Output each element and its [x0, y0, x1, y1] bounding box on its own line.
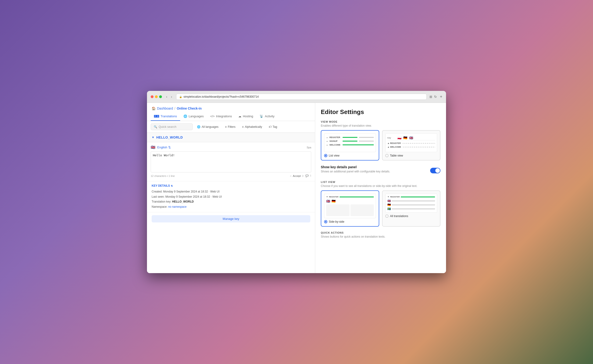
ab-icon: 🅰🅱	[154, 115, 159, 118]
globe-small-icon: 🌐	[197, 125, 201, 129]
lang-header: 🇬🇧 English ⇅ Spa	[151, 145, 311, 150]
spanish-lang-indicator: Spa	[306, 146, 311, 149]
tab-hosting[interactable]: ☁ Hosting	[235, 112, 256, 121]
accept-button[interactable]: Accept	[293, 175, 301, 177]
side-by-side-radio[interactable]	[324, 220, 327, 223]
breadcrumb-sep: /	[175, 107, 176, 110]
minimize-button[interactable]	[155, 95, 158, 98]
chevron-down-icon[interactable]: ▼	[152, 136, 154, 139]
tab-translations-label: Translations	[161, 115, 177, 118]
quick-actions-section: QUICK ACTIONS Shows buttons for quick ac…	[321, 231, 440, 241]
search-placeholder: Quick search	[159, 125, 176, 129]
table-view-option[interactable]: Key 🇵🇱 🇩🇪 🇬🇧 ▲ REGISTER ▲ WELCOME	[382, 130, 440, 161]
refresh-icon[interactable]: ↻	[434, 95, 437, 99]
english-lang-name[interactable]: English ⇅	[157, 146, 171, 149]
app-content: 🏠 Dashboard / Online Check-in 🅰🅱 Transla…	[147, 103, 446, 273]
list-view-radio[interactable]	[324, 154, 327, 157]
view-mode-title: VIEW MODE	[321, 120, 440, 123]
side-by-side-preview: ▼ REGISTER 🇬🇧 🇩🇪	[324, 194, 376, 218]
edit-icon[interactable]: ⌇	[310, 174, 311, 177]
breadcrumb: 🏠 Dashboard / Online Check-in	[147, 103, 315, 112]
translation-entry: 🇬🇧 English ⇅ Spa Hello World! 12 charact…	[147, 142, 315, 181]
preview-row-welcome: ▲ WELCOME	[326, 143, 374, 147]
all-translations-preview: ▼ REGISTER 🇬🇧	[385, 194, 437, 213]
url-text: simplelocalize.io/dashboard/projects/?ha…	[183, 95, 259, 98]
lock-icon: 🔒	[179, 96, 182, 98]
toggle-row: Show key details panel Shows an addition…	[321, 165, 440, 176]
tab-activity-label: Activity	[265, 115, 274, 118]
browser-actions: ⊞ ↻	[430, 95, 437, 99]
list-view-option[interactable]: ▲ REGISTER ▲ SIGNUP	[321, 130, 379, 161]
alphabetically-button[interactable]: ≡ Alphabetically	[240, 124, 265, 130]
key-details-section: KEY DETAILS ⇅ Created: Monday 9 Septembe…	[147, 181, 315, 212]
tags-label: Tag	[273, 125, 277, 129]
char-count: 12 characters • 1 line	[151, 175, 175, 177]
home-icon: 🏠	[152, 107, 156, 110]
filters-label: Filters	[228, 125, 235, 129]
tag-icon: 🏷	[269, 125, 272, 129]
radio-icon: 📡	[260, 115, 263, 118]
table-view-radio[interactable]	[385, 154, 389, 157]
tab-translations[interactable]: 🅰🅱 Translations	[151, 112, 180, 121]
close-button[interactable]	[151, 95, 154, 98]
key-detail-namespace: Namespace: no namespace	[152, 204, 310, 210]
play-icon[interactable]: ▷	[302, 174, 304, 177]
section-title: HELLO_WORLD	[156, 136, 183, 139]
back-button[interactable]: ‹	[165, 94, 169, 99]
list-view-options: ▼ REGISTER 🇬🇧 🇩🇪	[321, 190, 440, 227]
cloud-icon: ☁	[238, 115, 241, 118]
comment-icon[interactable]: 💬	[305, 174, 309, 177]
translation-textarea[interactable]: Hello World!	[151, 151, 311, 172]
globe-icon: 🌐	[183, 115, 187, 118]
all-languages-label: All languages	[202, 125, 218, 129]
key-details-toggle[interactable]	[430, 168, 440, 173]
list-view-section-title: LIST VIEW	[321, 181, 440, 183]
show-key-details-section: Show key details panel Shows an addition…	[321, 165, 440, 176]
key-details-setting-desc: Shows an additional panel with configura…	[321, 170, 390, 173]
translate-icon[interactable]: ⊞	[430, 95, 432, 99]
all-translations-option[interactable]: ▼ REGISTER 🇬🇧	[382, 190, 440, 227]
table-view-preview: Key 🇵🇱 🇩🇪 🇬🇧 ▲ REGISTER ▲ WELCOME	[385, 133, 437, 152]
toolbar: 🔍 Quick search 🌐 All languages ≡ Filters…	[147, 121, 315, 133]
search-box[interactable]: 🔍 Quick search	[151, 123, 193, 130]
forward-button[interactable]: ›	[170, 94, 174, 99]
code-icon: </>	[210, 115, 215, 118]
new-tab-button[interactable]: +	[440, 94, 442, 99]
list-view-section: LIST VIEW Choose if you want to see all …	[321, 181, 440, 227]
all-translations-label: All translations	[385, 214, 437, 218]
address-bar[interactable]: 🔒 simplelocalize.io/dashboard/projects/?…	[176, 94, 427, 100]
sort-icon: ≡	[242, 125, 244, 129]
tab-languages[interactable]: 🌐 Languages	[180, 112, 207, 121]
side-by-side-option[interactable]: ▼ REGISTER 🇬🇧 🇩🇪	[321, 190, 379, 227]
all-languages-button[interactable]: 🌐 All languages	[195, 124, 221, 130]
side-by-side-label: Side-by-side	[324, 220, 376, 223]
tab-integrations[interactable]: </> Integrations	[207, 112, 235, 121]
sort-chevron-icon: ⇅	[168, 146, 171, 149]
fullscreen-button[interactable]	[159, 95, 162, 98]
english-flag: 🇬🇧	[151, 145, 155, 150]
view-options: ▲ REGISTER ▲ SIGNUP	[321, 130, 440, 161]
traffic-lights	[151, 95, 162, 98]
tab-integrations-label: Integrations	[216, 115, 232, 118]
table-view-label: Table view	[385, 154, 437, 157]
list-view-label: List view	[324, 154, 376, 157]
manage-key-button[interactable]: Manage key	[152, 215, 310, 222]
tab-activity[interactable]: 📡 Activity	[256, 112, 278, 121]
filters-button[interactable]: ≡ Filters	[223, 124, 238, 130]
section-header: ▼ HELLO_WORLD	[147, 133, 315, 142]
nav-tabs: 🅰🅱 Translations 🌐 Languages </> Integrat…	[147, 112, 315, 121]
key-details-setting-title: Show key details panel	[321, 165, 390, 169]
sort-icon-small: ⇅	[171, 185, 173, 187]
breadcrumb-home[interactable]: Dashboard	[157, 107, 173, 110]
all-translations-radio[interactable]	[385, 214, 389, 218]
tags-button[interactable]: 🏷 Tag	[266, 124, 280, 130]
search-icon: 🔍	[154, 125, 157, 129]
view-mode-desc: Enables different type of translation vi…	[321, 124, 440, 127]
accept-icon: ○	[290, 175, 292, 177]
key-details-label: KEY DETAILS	[152, 184, 170, 187]
filter-icon: ≡	[225, 125, 227, 129]
view-mode-section: VIEW MODE Enables different type of tran…	[321, 120, 440, 161]
key-detail-translation-key: Translation key: HELLO_WORLD	[152, 199, 310, 204]
list-view-section-desc: Choose if you want to see all translatio…	[321, 184, 440, 188]
key-details-header: KEY DETAILS ⇅	[152, 184, 310, 187]
